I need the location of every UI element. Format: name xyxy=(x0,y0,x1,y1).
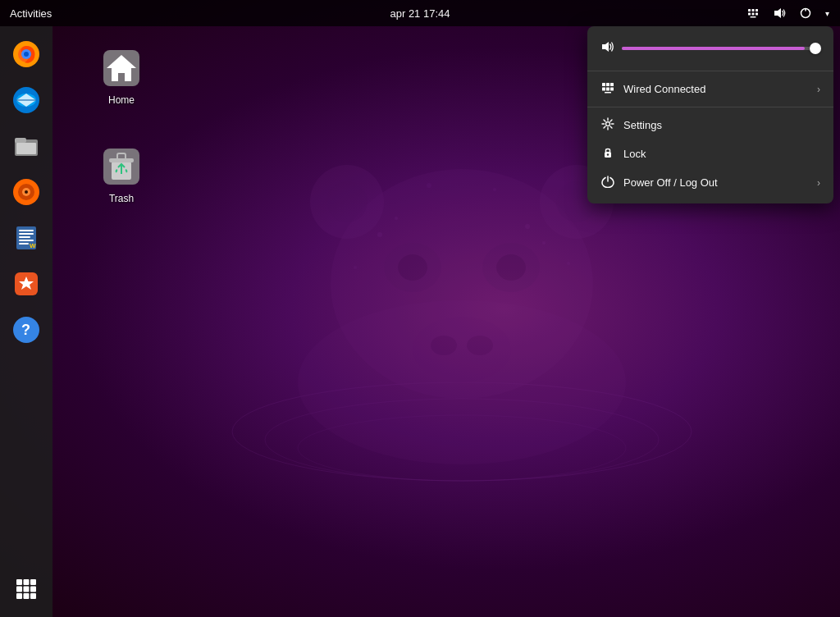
network-indicator[interactable] xyxy=(742,0,765,26)
activities-button[interactable]: Activities xyxy=(0,0,62,26)
menu-item-power[interactable]: Power Off / Log Out › xyxy=(587,168,833,197)
lock-icon xyxy=(600,146,615,162)
svg-point-23 xyxy=(493,188,496,191)
wired-arrow: › xyxy=(817,84,820,95)
svg-rect-52 xyxy=(19,243,29,245)
svg-rect-58 xyxy=(24,579,30,585)
svg-rect-60 xyxy=(16,587,22,592)
settings-label: Settings xyxy=(623,119,820,131)
lock-label: Lock xyxy=(623,148,820,160)
volume-control-row xyxy=(587,36,833,67)
svg-text:?: ? xyxy=(21,322,30,338)
svg-rect-64 xyxy=(24,593,30,599)
svg-point-15 xyxy=(467,336,493,355)
svg-point-22 xyxy=(427,183,431,188)
volume-indicator[interactable] xyxy=(768,0,791,26)
menu-item-settings[interactable]: Settings xyxy=(587,111,833,139)
desktop-icon-home[interactable]: Home xyxy=(89,45,154,106)
svg-rect-50 xyxy=(19,236,30,238)
dock-item-rhythmbox[interactable] xyxy=(5,171,48,213)
topbar-indicators: ▾ xyxy=(742,0,840,26)
svg-rect-27 xyxy=(748,13,751,16)
dock-item-thunderbird[interactable] xyxy=(5,79,48,121)
volume-icon xyxy=(600,39,615,57)
svg-point-11 xyxy=(398,254,427,281)
svg-point-20 xyxy=(354,266,357,269)
volume-slider[interactable] xyxy=(622,47,820,50)
trash-icon xyxy=(98,144,144,190)
svg-text:W: W xyxy=(30,242,36,249)
power-label: Power Off / Log Out xyxy=(623,176,809,189)
system-indicator[interactable] xyxy=(794,0,817,26)
volume-slider-thumb xyxy=(810,43,821,54)
svg-rect-63 xyxy=(16,593,22,599)
svg-point-17 xyxy=(395,217,398,220)
svg-rect-26 xyxy=(756,9,758,11)
svg-point-16 xyxy=(377,232,382,237)
svg-rect-24 xyxy=(748,9,751,11)
svg-rect-70 xyxy=(109,158,134,162)
svg-point-21 xyxy=(567,262,570,265)
svg-rect-57 xyxy=(16,579,22,585)
svg-rect-61 xyxy=(24,587,30,592)
svg-rect-75 xyxy=(602,88,605,91)
show-applications-button[interactable] xyxy=(5,568,48,610)
svg-rect-73 xyxy=(606,83,609,86)
svg-rect-30 xyxy=(751,16,756,18)
power-icon xyxy=(600,175,615,190)
wired-label: Wired Connected xyxy=(623,83,809,95)
svg-rect-78 xyxy=(605,92,611,94)
dock-item-firefox[interactable] xyxy=(5,33,48,75)
svg-rect-76 xyxy=(606,88,609,91)
svg-point-12 xyxy=(496,254,526,281)
desktop-icon-trash[interactable]: Trash xyxy=(89,144,154,204)
svg-point-37 xyxy=(24,52,29,57)
dock-item-software-center[interactable] xyxy=(5,263,48,305)
svg-rect-49 xyxy=(19,233,34,235)
dock-item-files[interactable] xyxy=(5,125,48,167)
svg-rect-62 xyxy=(30,587,36,592)
power-arrow: › xyxy=(817,177,820,189)
svg-rect-65 xyxy=(30,593,36,599)
menu-separator-1 xyxy=(587,71,833,71)
svg-point-7 xyxy=(326,181,368,222)
svg-rect-28 xyxy=(752,13,755,16)
svg-rect-41 xyxy=(15,138,26,143)
desktop: Activities apr 21 17:44 xyxy=(0,0,840,617)
settings-icon xyxy=(600,117,615,133)
svg-rect-42 xyxy=(16,143,36,154)
svg-rect-72 xyxy=(602,83,605,86)
svg-point-46 xyxy=(25,190,28,194)
menu-item-wired[interactable]: Wired Connected › xyxy=(587,75,833,103)
home-label: Home xyxy=(108,94,135,106)
dock-item-libreoffice-writer[interactable]: W xyxy=(5,217,48,259)
svg-rect-51 xyxy=(19,240,34,241)
svg-point-79 xyxy=(606,122,610,126)
topbar: Activities apr 21 17:44 xyxy=(0,0,840,26)
svg-marker-31 xyxy=(774,8,781,18)
svg-rect-74 xyxy=(610,83,614,86)
volume-slider-fill xyxy=(622,47,805,50)
svg-rect-77 xyxy=(610,88,614,91)
network-icon xyxy=(600,81,615,97)
svg-rect-59 xyxy=(30,579,36,585)
svg-point-13 xyxy=(413,317,511,382)
svg-point-81 xyxy=(607,153,609,155)
svg-point-14 xyxy=(431,336,457,355)
topbar-clock[interactable]: apr 21 17:44 xyxy=(390,7,450,20)
system-menu-popup: Wired Connected › Settings xyxy=(587,26,833,203)
svg-point-19 xyxy=(542,241,546,245)
dock: W ? xyxy=(0,26,52,617)
system-menu-arrow[interactable]: ▾ xyxy=(820,0,833,26)
home-icon xyxy=(98,45,144,91)
trash-label: Trash xyxy=(109,193,134,204)
svg-point-18 xyxy=(525,224,530,229)
svg-rect-48 xyxy=(19,230,34,231)
menu-separator-2 xyxy=(587,107,833,107)
activities-label: Activities xyxy=(10,7,52,20)
dock-item-help[interactable]: ? xyxy=(5,308,48,351)
svg-rect-29 xyxy=(756,13,758,16)
svg-marker-71 xyxy=(602,42,609,52)
menu-item-lock[interactable]: Lock xyxy=(587,139,833,168)
svg-rect-25 xyxy=(752,9,755,11)
